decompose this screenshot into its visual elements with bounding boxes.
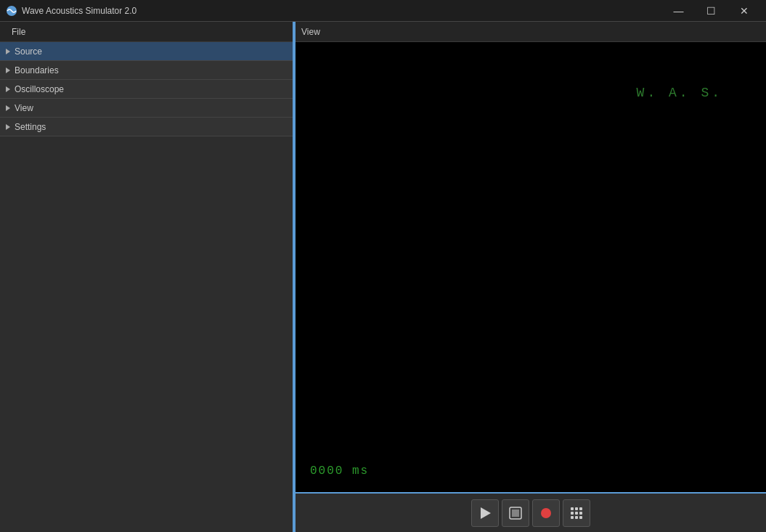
grid-button[interactable] [563,499,590,527]
play-icon [481,507,491,519]
maximize-button[interactable]: ☐ [695,0,728,22]
accordion-item-view[interactable]: View [0,99,293,118]
accordion-arrow-source [6,49,10,54]
toolbar [296,492,766,532]
titlebar: Wave Acoustics Simulator 2.0 — ☐ ✕ [0,0,766,22]
main-content: File Source Boundaries Oscilloscope View [0,22,766,532]
accordion-label-oscilloscope: Oscilloscope [15,84,64,94]
accordion-item-oscilloscope[interactable]: Oscilloscope [0,80,293,99]
accordion-item-source[interactable]: Source [0,42,293,61]
record-button[interactable] [532,499,560,527]
accordion-arrow-view [6,105,10,111]
accordion-label-settings: Settings [15,122,46,132]
accordion-arrow-oscilloscope [6,86,10,92]
left-panel: File Source Boundaries Oscilloscope View [0,22,294,532]
play-button[interactable] [471,499,499,527]
menu-bar: File [0,22,293,42]
window-controls: — ☐ ✕ [662,0,760,22]
reset-icon [509,507,522,520]
view-header-label: View [301,27,320,37]
grid-icon [571,507,582,519]
accordion-item-settings[interactable]: Settings [0,118,293,136]
record-icon [541,508,551,518]
accordion-label-boundaries: Boundaries [15,65,59,75]
view-header: View [296,22,766,42]
reset-button[interactable] [502,499,529,527]
app-title: Wave Acoustics Simulator 2.0 [22,6,137,16]
accordion-item-boundaries[interactable]: Boundaries [0,61,293,80]
close-button[interactable]: ✕ [728,0,760,22]
accordion-arrow-boundaries [6,67,10,73]
app-icon [6,5,17,17]
svg-rect-2 [512,510,519,517]
left-panel-body [0,136,293,532]
accordion-label-source: Source [15,46,42,57]
file-menu[interactable]: File [6,25,31,38]
simulation-viewport[interactable]: W. A. S. 0000 ms [296,42,766,492]
watermark-text: W. A. S. [637,86,722,100]
accordion-arrow-settings [6,124,10,130]
titlebar-left: Wave Acoustics Simulator 2.0 [6,5,137,17]
accordion-label-view: View [15,103,33,113]
minimize-button[interactable]: — [662,0,695,22]
right-panel: View W. A. S. 0000 ms [294,22,766,532]
timer-display: 0000 ms [310,465,369,478]
accordion-panel: Source Boundaries Oscilloscope View Sett… [0,42,293,136]
